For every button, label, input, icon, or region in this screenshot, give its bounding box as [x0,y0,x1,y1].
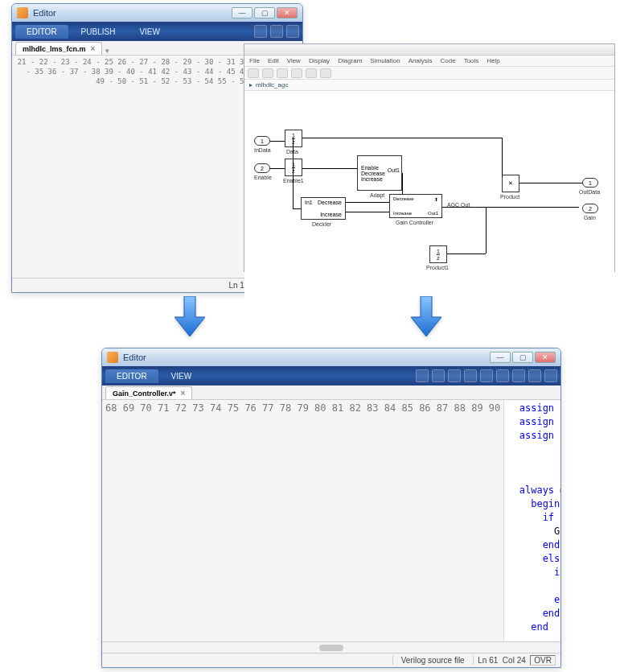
window-title: Editor [33,8,56,18]
print-icon[interactable] [512,369,525,382]
ln-value: 1 [240,281,244,290]
titlebar[interactable]: Editor — ▢ ✕ [102,348,560,366]
help-icon[interactable] [528,369,541,382]
toolbar-icon[interactable] [277,68,288,78]
canvas-breadcrumb[interactable]: ▸ mlhdlc_agc [244,80,614,91]
decider-block[interactable]: In1Decrease Increase [301,197,346,220]
menu-file[interactable]: File [249,57,260,64]
product1-block[interactable]: 1z [429,245,447,263]
label-indata: InData [254,147,271,153]
label-outdata: OutData [579,189,600,195]
label-gaincontroller: Gain Controller [396,220,433,225]
menu-tools[interactable]: Tools [464,57,479,64]
toolbar-icon[interactable] [248,68,259,78]
outport-outdata[interactable]: 1 [582,178,598,188]
product-block[interactable]: ✕ [502,175,519,192]
ln-label: Ln [228,281,237,290]
label-gain: Gain [584,215,596,221]
gain-controller-block[interactable]: Decrease⬆ IncreaseOut1 [389,194,442,218]
filetype-label: Verilog source file [392,656,474,665]
close-icon[interactable]: × [91,44,96,53]
close-button[interactable]: ✕ [277,7,298,19]
tool-icon[interactable] [496,369,509,382]
adapt-block[interactable]: Enable Decrease Out1 Increase [357,155,402,191]
document-tab-label: Gain_Controller.v* [113,390,176,398]
tool-icon[interactable] [480,369,493,382]
dropdown-icon[interactable] [544,369,557,382]
line-gutter: 68 69 70 71 72 73 74 75 76 77 78 79 80 8… [102,400,504,641]
document-tab-label: mlhdlc_lms_fcn.m [23,45,86,53]
toolstrip: EDITOR PUBLISH VIEW [12,22,302,41]
simulink-toolbar [244,67,614,80]
col-value: 24 [517,656,526,665]
menu-display[interactable]: Display [309,57,330,64]
document-tabs: Gain_Controller.v* × [102,385,560,400]
titlebar[interactable]: Editor — ▢ ✕ [12,4,302,22]
find-icon[interactable] [416,369,429,382]
tab-editor[interactable]: EDITOR [15,25,68,39]
delay-block-2[interactable]: 1z [285,159,302,176]
tool-icon[interactable] [464,369,477,382]
toolbar-icon[interactable] [306,68,317,78]
app-icon [17,7,28,19]
code-text[interactable]: assign Sum_add_cast_1 = {Switch2_out1[7]… [504,400,560,641]
toolbar-dropdown-icon[interactable] [286,25,299,38]
maximize-button[interactable]: ▢ [512,352,533,363]
statusbar: Verilog source file Ln 61 Col 24 OVR [102,653,560,667]
dropdown-icon[interactable]: ▾ [105,47,109,55]
verilog-editor: Editor — ▢ ✕ EDITOR VIEW Gain_Controller… [101,348,561,668]
toolbar-icon[interactable] [291,68,302,78]
toolbar-icon[interactable] [254,25,267,38]
label-product1: Product1 [426,265,449,270]
document-tab[interactable]: Gain_Controller.v* × [105,386,192,399]
tab-publish[interactable]: PUBLISH [70,25,127,39]
menu-code[interactable]: Code [441,57,456,64]
inport-enable[interactable]: 2 [254,163,270,173]
simulink-titlebar[interactable] [244,44,614,56]
outport-gain[interactable]: 2 [582,204,598,213]
simulink-menu[interactable]: File Edit View Display Diagram Simulatio… [244,56,614,67]
simulink-canvas[interactable]: 1 InData 2 Enable 1z Data 1z Enable1 Ena… [244,91,614,300]
app-icon [107,352,118,363]
close-icon[interactable]: × [181,389,186,398]
menu-edit[interactable]: Edit [268,57,279,64]
menu-view[interactable]: View [287,57,301,64]
tab-view[interactable]: VIEW [128,25,171,39]
maximize-button[interactable]: ▢ [254,7,275,19]
inport-indata[interactable]: 1 [254,136,270,146]
col-label: Col [503,656,515,665]
minimize-button[interactable]: — [490,352,511,363]
document-tab[interactable]: mlhdlc_lms_fcn.m × [15,42,102,55]
menu-analysis[interactable]: Analysis [409,57,433,64]
simulink-window: File Edit View Display Diagram Simulatio… [244,43,615,272]
arrow-down-icon [174,296,206,336]
bookmark-icon[interactable] [432,369,445,382]
menu-help[interactable]: Help [487,57,499,64]
close-button[interactable]: ✕ [535,352,556,363]
tool-icon[interactable] [448,369,461,382]
toolbar-icon[interactable] [270,25,283,38]
label-enable: Enable [254,175,272,180]
ovr-label: OVR [530,655,556,666]
toolbar-icon[interactable] [262,68,273,78]
canvas-tab-label: mlhdlc_agc [256,81,288,89]
label-product: Product [500,194,519,200]
menu-simulation[interactable]: Simulation [370,57,400,64]
delay-block[interactable]: 1z [285,130,302,147]
label-adapt: Adapt [370,192,384,198]
tab-view[interactable]: VIEW [160,369,203,383]
ln-label: Ln [478,656,487,665]
menu-diagram[interactable]: Diagram [338,57,362,64]
toolbar-icon[interactable] [320,68,331,78]
minimize-button[interactable]: — [232,7,253,19]
window-title: Editor [123,352,146,362]
toolstrip: EDITOR VIEW [102,366,560,385]
tab-editor[interactable]: EDITOR [105,369,158,383]
horizontal-scrollbar[interactable] [102,641,560,653]
arrow-down-icon [410,296,442,336]
code-area[interactable]: 68 69 70 71 72 73 74 75 76 77 78 79 80 8… [102,400,560,641]
label-decider: Decider [312,221,331,227]
ln-value: 61 [489,656,498,665]
